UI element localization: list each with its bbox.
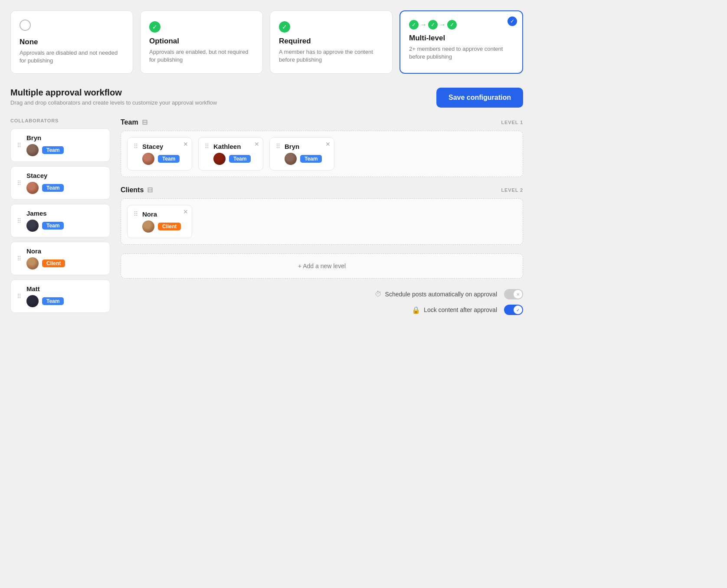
collab-name-bryn: Bryn: [26, 134, 64, 141]
main-layout: COLLABORATORS ⠿ Bryn Team ⠿ Stacey Team: [10, 118, 523, 320]
none-title: None: [20, 38, 124, 46]
level-member-bryn: ⠿ Bryn Team ✕: [269, 137, 334, 171]
approval-card-none[interactable]: None Approvals are disabled and not need…: [10, 10, 133, 74]
level-section-2: Clients ⊟ LEVEL 2 ⠿ Nora Client ✕: [121, 186, 523, 245]
collab-card-nora[interactable]: ⠿ Nora Client: [10, 242, 110, 275]
add-new-level-button[interactable]: + Add a new level: [121, 253, 523, 279]
collaborators-label: COLLABORATORS: [10, 118, 110, 123]
schedule-label-group: ⏱ Schedule posts automatically on approv…: [375, 290, 497, 298]
level-member-kathleen: ⠿ Kathleen Team ✕: [198, 137, 263, 171]
collab-info-matt: Matt Team: [26, 285, 64, 307]
level-badge-stacey: Team: [158, 155, 180, 163]
workflow-header-text: Multiple approval workflow Drag and drop…: [10, 88, 217, 106]
required-icon: ✓: [279, 20, 383, 33]
approval-type-cards: None Approvals are disabled and not need…: [10, 10, 523, 74]
level-avatar-nora: [142, 220, 154, 233]
schedule-setting-row: ⏱ Schedule posts automatically on approv…: [121, 289, 523, 299]
approval-card-multilevel[interactable]: ✓ ✓ → ✓ → ✓ Multi-level 2+ members need …: [400, 10, 523, 74]
level-drop-zone-1[interactable]: ⠿ Stacey Team ✕ ⠿ Kathleen: [121, 131, 523, 177]
drag-handle-level-bryn[interactable]: ⠿: [276, 143, 280, 150]
drag-handle-stacey[interactable]: ⠿: [17, 180, 21, 187]
workflow-header: Multiple approval workflow Drag and drop…: [10, 88, 523, 108]
collab-details-stacey: Team: [26, 182, 64, 194]
level-badge-bryn: Team: [300, 155, 322, 163]
level-name-2: Clients ⊟: [121, 186, 153, 194]
collaborators-panel: COLLABORATORS ⠿ Bryn Team ⠿ Stacey Team: [10, 118, 110, 320]
badge-matt: Team: [42, 297, 64, 305]
required-title: Required: [279, 37, 383, 46]
level-member-info-stacey: Stacey Team: [142, 143, 180, 165]
workflow-title: Multiple approval workflow: [10, 88, 217, 98]
level-member-nora: ⠿ Nora Client ✕: [127, 205, 192, 238]
level-header-2: Clients ⊟ LEVEL 2: [121, 186, 523, 194]
collab-info-bryn: Bryn Team: [26, 134, 64, 156]
schedule-toggle[interactable]: ✕: [504, 289, 523, 299]
level-badge-kathleen: Team: [229, 155, 251, 163]
optional-title: Optional: [149, 37, 254, 46]
avatar-bryn: [26, 144, 39, 156]
level-badge-nora: Client: [158, 223, 181, 230]
drag-handle-level-kathleen[interactable]: ⠿: [205, 143, 209, 150]
level-member-info-nora: Nora Client: [142, 210, 181, 233]
collab-card-stacey[interactable]: ⠿ Stacey Team: [10, 166, 110, 200]
lock-label: Lock content after approval: [424, 306, 497, 313]
level-split-icon-1[interactable]: ⊟: [142, 118, 147, 126]
lock-label-group: 🔒 Lock content after approval: [412, 306, 497, 314]
approval-card-required[interactable]: ✓ Required A member has to approve the c…: [270, 10, 393, 74]
level-avatar-stacey: [142, 153, 154, 165]
level-member-info-bryn: Bryn Team: [285, 143, 322, 165]
multilevel-icon: ✓ → ✓ → ✓: [409, 20, 514, 30]
optional-desc: Approvals are enabled, but not required …: [149, 48, 254, 64]
level-member-name-bryn: Bryn: [285, 143, 322, 150]
collab-name-stacey: Stacey: [26, 172, 64, 179]
avatar-nora: [26, 257, 39, 269]
collab-details-bryn: Team: [26, 144, 64, 156]
close-bryn-button[interactable]: ✕: [325, 141, 331, 147]
level-member-info-kathleen: Kathleen Team: [213, 143, 251, 165]
badge-bryn: Team: [42, 146, 64, 154]
drag-handle-level-nora[interactable]: ⠿: [134, 210, 138, 217]
collab-details-nora: Client: [26, 257, 65, 269]
level-split-icon-2[interactable]: ⊟: [147, 186, 153, 194]
selected-check-icon: ✓: [508, 16, 517, 26]
level-section-1: Team ⊟ LEVEL 1 ⠿ Stacey Team ✕: [121, 118, 523, 177]
collab-card-matt[interactable]: ⠿ Matt Team: [10, 279, 110, 313]
none-icon: [20, 20, 124, 33]
collab-card-bryn[interactable]: ⠿ Bryn Team: [10, 128, 110, 162]
level-member-stacey: ⠿ Stacey Team ✕: [127, 137, 192, 171]
collab-info-stacey: Stacey Team: [26, 172, 64, 194]
collab-details-matt: Team: [26, 295, 64, 307]
level-avatar-kathleen: [213, 153, 226, 165]
level-drop-zone-2[interactable]: ⠿ Nora Client ✕: [121, 198, 523, 245]
drag-handle-matt[interactable]: ⠿: [17, 293, 21, 300]
approval-card-optional[interactable]: ✓ Optional Approvals are enabled, but no…: [140, 10, 263, 74]
level-member-name-stacey: Stacey: [142, 143, 180, 150]
close-nora-button[interactable]: ✕: [183, 209, 188, 215]
badge-nora: Client: [42, 260, 65, 267]
level-member-name-kathleen: Kathleen: [213, 143, 251, 150]
avatar-stacey: [26, 182, 39, 194]
level-name-1: Team ⊟: [121, 118, 147, 126]
drag-handle-level-stacey[interactable]: ⠿: [134, 143, 138, 150]
drag-handle-james[interactable]: ⠿: [17, 217, 21, 224]
levels-panel: Team ⊟ LEVEL 1 ⠿ Stacey Team ✕: [121, 118, 523, 320]
drag-handle-bryn[interactable]: ⠿: [17, 142, 21, 149]
lock-setting-row: 🔒 Lock content after approval ✓: [121, 305, 523, 315]
level-badge-1: LEVEL 1: [501, 120, 523, 125]
multilevel-title: Multi-level: [409, 34, 514, 43]
required-desc: A member has to approve the content befo…: [279, 48, 383, 64]
level-header-1: Team ⊟ LEVEL 1: [121, 118, 523, 126]
lock-toggle[interactable]: ✓: [504, 305, 523, 315]
level-avatar-bryn: [285, 153, 297, 165]
collab-name-matt: Matt: [26, 285, 64, 292]
collab-card-james[interactable]: ⠿ James Team: [10, 204, 110, 237]
collab-info-nora: Nora Client: [26, 247, 65, 269]
schedule-icon: ⏱: [375, 290, 382, 298]
close-kathleen-button[interactable]: ✕: [254, 141, 259, 147]
avatar-matt: [26, 295, 39, 307]
drag-handle-nora[interactable]: ⠿: [17, 255, 21, 262]
save-configuration-button[interactable]: Save configuration: [436, 88, 523, 108]
close-stacey-button[interactable]: ✕: [183, 141, 188, 147]
level-badge-2: LEVEL 2: [501, 187, 523, 193]
collab-name-nora: Nora: [26, 247, 65, 255]
